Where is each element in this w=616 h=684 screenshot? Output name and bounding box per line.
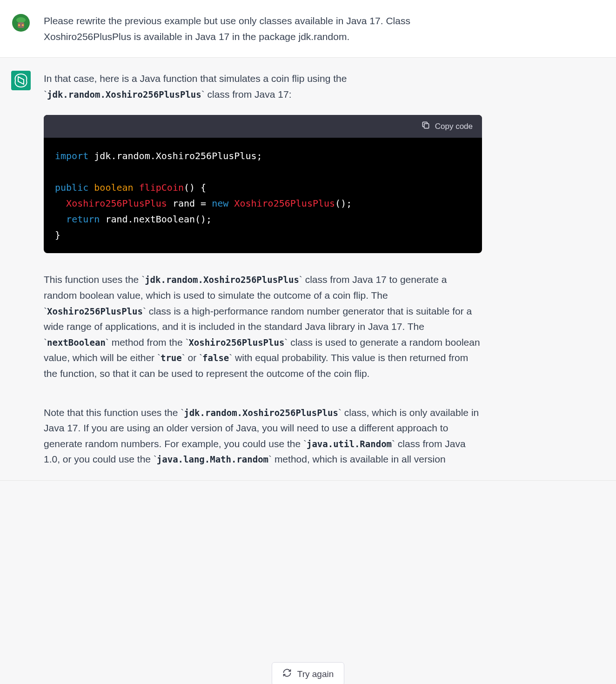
- svg-point-3: [18, 24, 20, 26]
- code-token: [55, 198, 66, 209]
- openai-logo-icon: [11, 71, 31, 90]
- code-token: rand.nextBoolean();: [100, 214, 212, 225]
- text: or: [185, 352, 199, 363]
- intro-paragraph: In that case, here is a Java function th…: [44, 71, 482, 102]
- assistant-message: In that case, here is a Java function th…: [0, 58, 616, 481]
- user-message: Please rewrite the previous example but …: [0, 0, 616, 58]
- svg-rect-5: [424, 124, 429, 128]
- code-token: }: [55, 229, 60, 241]
- inline-code: true: [161, 353, 182, 363]
- code-token: [55, 214, 66, 225]
- code-token: Xoshiro256PlusPlus: [66, 198, 167, 209]
- inline-code: jdk.random.Xoshiro256PlusPlus: [184, 408, 338, 418]
- code-token: boolean: [94, 182, 133, 193]
- assistant-message-content: In that case, here is a Java function th…: [44, 71, 495, 467]
- text: Note that this function uses the: [44, 407, 181, 418]
- code-header: Copy code: [44, 115, 482, 138]
- user-message-content: Please rewrite the previous example but …: [44, 13, 495, 44]
- code-token: return: [66, 214, 100, 225]
- code-token: import: [55, 150, 88, 161]
- user-avatar: [11, 13, 31, 33]
- svg-point-1: [16, 17, 26, 23]
- explanation-paragraph-1: This function uses the `jdk.random.Xoshi…: [44, 272, 482, 381]
- inline-code: jdk.random.Xoshiro256PlusPlus: [47, 89, 201, 100]
- intro-text-2: class from Java 17:: [205, 89, 292, 100]
- user-text: Please rewrite the previous example but …: [44, 13, 482, 44]
- code-token: new: [212, 198, 228, 209]
- assistant-avatar: [11, 71, 31, 90]
- code-token: ();: [335, 198, 352, 209]
- code-content: import jdk.random.Xoshiro256PlusPlus; pu…: [44, 138, 482, 253]
- text: This function uses the: [44, 274, 141, 285]
- inline-code: Xoshiro256PlusPlus: [47, 306, 143, 316]
- code-token: public: [55, 182, 88, 193]
- text: method, which is available in all versio…: [272, 454, 446, 464]
- inline-code: false: [202, 353, 229, 363]
- code-token: Xoshiro256PlusPlus: [234, 198, 335, 209]
- inline-code: nextBoolean: [47, 337, 106, 348]
- inline-code: java.lang.Math.random: [157, 454, 268, 464]
- code-token: rand =: [167, 198, 212, 209]
- copy-code-button[interactable]: Copy code: [421, 121, 473, 132]
- code-block: Copy code import jdk.random.Xoshiro256Pl…: [44, 115, 482, 253]
- svg-point-4: [22, 24, 24, 26]
- spacer: [44, 391, 482, 405]
- intro-text: In that case, here is a Java function th…: [44, 73, 347, 84]
- code-token: () {: [184, 182, 206, 193]
- copy-label: Copy code: [435, 122, 473, 131]
- text: method from the: [109, 337, 186, 348]
- user-avatar-icon: [11, 13, 31, 33]
- inline-code: Xoshiro256PlusPlus: [188, 337, 284, 348]
- code-token: [228, 198, 234, 209]
- clipboard-icon: [421, 121, 430, 132]
- inline-code: jdk.random.Xoshiro256PlusPlus: [145, 275, 299, 285]
- code-token: jdk.random.Xoshiro256PlusPlus;: [88, 150, 262, 161]
- code-token: flipCoin: [139, 182, 184, 193]
- inline-code: java.util.Random: [307, 439, 392, 449]
- explanation-paragraph-2: Note that this function uses the `jdk.ra…: [44, 405, 482, 467]
